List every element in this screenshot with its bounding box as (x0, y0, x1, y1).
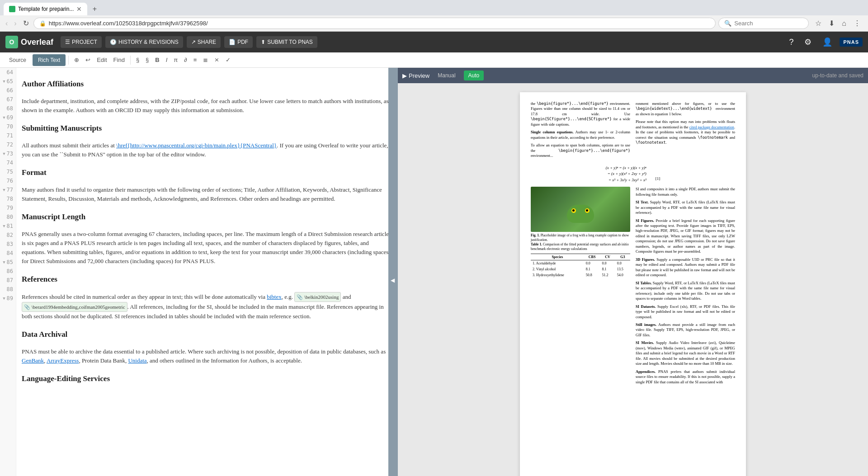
find-button[interactable]: Find (111, 55, 127, 65)
paper-page: the \begin{figure*}...\end{figure*} envi… (520, 92, 746, 476)
section2-btn[interactable]: § (143, 55, 151, 65)
italic-button[interactable]: I (163, 55, 170, 65)
search-input[interactable] (734, 20, 802, 27)
line-num-65: ▼65 (0, 77, 16, 86)
format-heading: Format (22, 168, 391, 177)
tab-bar: Template for preparin... ✕ + (0, 0, 868, 15)
line-num-83: 83 (0, 240, 16, 249)
manual-tab[interactable]: Manual (433, 71, 460, 80)
submit-button[interactable]: ⬆ SUBMIT TO PNAS (256, 36, 317, 48)
pnas-badge: PNAS (840, 38, 863, 47)
table-row-1: 1. Acetaldehyde 0.0 0.0 0.0 (531, 260, 630, 266)
back-button[interactable]: ‹ (4, 18, 9, 29)
pnas-link[interactable]: \href{http://www.pnascentral.org/cgi-bin… (116, 142, 277, 149)
toolbar-separator-2 (130, 56, 131, 65)
bold-button[interactable]: B (152, 55, 162, 65)
undo-button[interactable]: ↩ (83, 55, 93, 65)
overleaf-logo: O Overleaf (5, 36, 53, 48)
line-72 (22, 161, 391, 165)
refresh-button[interactable]: ↻ (21, 17, 31, 29)
cite-badge-1: 📎 \belkin2002using (294, 292, 341, 302)
project-icon: ☰ (65, 39, 70, 45)
active-tab[interactable]: Template for preparin... ✕ (4, 3, 87, 15)
manuscript-length-paragraph: PNAS generally uses a two-column format … (22, 230, 391, 266)
frog-figure-image (531, 187, 630, 232)
bookmark-icon[interactable]: ☆ (813, 18, 823, 28)
check-button[interactable]: ✓ (223, 55, 233, 65)
share-button[interactable]: ↗ SHARE (187, 36, 221, 48)
line-num-86: 86 (0, 267, 16, 276)
td-species-1: 1. Acetaldehyde (531, 260, 584, 266)
cite-badge-2: 📎 \berard1994embedding,coifman2005geomet… (22, 302, 127, 312)
auto-tab[interactable]: Auto (464, 71, 484, 80)
saved-status: up-to-date and saved (812, 72, 863, 79)
paper-col-right-bottom: SI and composites it into a single PDF, … (636, 187, 735, 387)
equation-block: (x + y)ⁿ = (x + y)(x + y)ⁿ = (x + y)(x² … (531, 165, 735, 184)
line-num-68: 68 (0, 104, 16, 113)
user-button[interactable]: 👤 (819, 35, 836, 49)
line-76 (22, 205, 391, 210)
new-tab-button[interactable]: + (89, 4, 100, 14)
apps-icon[interactable]: ⋮ (852, 18, 863, 28)
logo-icon: O (5, 36, 18, 48)
line-num-87: 87 (0, 276, 16, 285)
search-box[interactable]: 🔍 (718, 18, 809, 29)
source-tab[interactable]: Source (4, 54, 32, 66)
line-num-72: 72 (0, 140, 16, 149)
th-cv: CV (600, 254, 615, 260)
author-affiliations-heading: Author Affiliations (22, 80, 391, 89)
tab-close-btn[interactable]: ✕ (76, 5, 82, 13)
richtext-tab[interactable]: Rich Text (33, 54, 66, 66)
line-num-74: 74 (0, 158, 16, 167)
help-button[interactable]: ? (785, 36, 797, 49)
cross-button[interactable]: ⨯ (212, 55, 222, 65)
section-btn[interactable]: § (133, 55, 142, 65)
pi-button[interactable]: π (171, 55, 180, 65)
download-icon[interactable]: ⬇ (827, 18, 836, 28)
list-button[interactable]: ≡ (191, 55, 200, 65)
preview-label-button[interactable]: ▶ Preview (402, 72, 429, 79)
td-g3-1: 0.0 (615, 260, 630, 266)
line-num-77: ▼77 (0, 185, 16, 194)
td-cv-1: 0.0 (600, 260, 615, 266)
paper-col-left-top: the \begin{figure*}...\end{figure*} envi… (531, 101, 630, 161)
td-cv-2: 8.1 (600, 266, 615, 272)
submitting-paragraph: All authors must submit their articles a… (22, 141, 391, 159)
partial-button[interactable]: ∂ (181, 55, 189, 65)
browser-chrome: Template for preparin... ✕ + ‹ › ↻ 🔒 htt… (0, 0, 868, 32)
si-text-1: SI and composites it into a single PDF, … (636, 187, 735, 197)
unidata-link[interactable]: Unidata (128, 357, 146, 364)
pdf-button[interactable]: 📄 PDF (224, 36, 253, 48)
url-bar[interactable]: 🔒 https://www.overleaf.com/10250318drpgp… (33, 18, 716, 29)
line-num-85: ▼85 (0, 258, 16, 267)
forward-button[interactable]: › (12, 18, 18, 29)
preview-toolbar: ▶ Preview Manual Auto up-to-date and sav… (398, 68, 868, 83)
app-header: O Overleaf ☰ PROJECT 🕐 HISTORY & REVISIO… (0, 32, 868, 52)
editor-content[interactable]: Author Affiliations Include department, … (16, 68, 396, 476)
data-archival-paragraph: PNAS must be able to archive the data es… (22, 347, 391, 365)
home-icon[interactable]: ⌂ (840, 19, 848, 28)
tab-title: Template for preparin... (18, 6, 74, 12)
preview-content: the \begin{figure*}...\end{figure*} envi… (398, 83, 868, 476)
lock-icon: 🔒 (39, 20, 46, 27)
genbank-link[interactable]: GenBank (22, 357, 44, 364)
url-text: https://www.overleaf.com/10250318drpgpct… (49, 20, 710, 27)
line-74 (22, 179, 391, 184)
panel-collapse-button[interactable]: ◀ (388, 68, 396, 476)
eq-line-1: (x + y)ⁿ = (x + y)(x + y)ⁿ (606, 165, 646, 171)
settings-button[interactable]: ⚙ (801, 35, 815, 49)
si-text-6: SI Datasets. Supply Excel (xls), RTF, or… (636, 304, 735, 320)
history-button[interactable]: 🕐 HISTORY & REVISIONS (105, 36, 183, 48)
edit-button[interactable]: Edit (94, 55, 109, 65)
insert-button[interactable]: ⊕ (71, 55, 82, 65)
arrayexpress-link[interactable]: ArrayExpress (47, 357, 79, 364)
bibtex-link[interactable]: bibtex (267, 293, 282, 300)
line-88 (22, 367, 391, 372)
si-text-4: 3D Figures. Supply a composable U3D or P… (636, 257, 735, 278)
enum-button[interactable]: ≣ (200, 55, 211, 65)
th-cbs: CBS (584, 254, 600, 260)
td-cv-3: 51.2 (600, 272, 615, 278)
project-button[interactable]: ☰ PROJECT (61, 36, 102, 48)
line-78 (22, 223, 391, 228)
line-82 (22, 286, 391, 290)
